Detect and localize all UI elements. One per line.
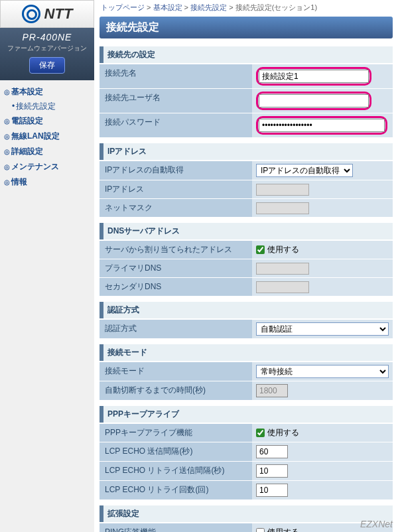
section-ppp: PPPキープアライブ — [100, 406, 393, 423]
crumb-current: 接続先設定(セッション1) — [235, 3, 317, 11]
label-lcp-retry-cnt: LCP ECHO リトライ回数(回) — [100, 481, 252, 499]
label-conn-mode: 接続モード — [100, 362, 252, 381]
label-dns-server: サーバから割り当てられたアドレス — [100, 241, 252, 259]
input-dns-primary — [256, 263, 309, 275]
logo-box: NTT — [0, 0, 94, 28]
label-dns-secondary: セカンダリDNS — [100, 278, 252, 296]
label-lcp-retry-int: LCP ECHO リトライ送信間隔(秒) — [100, 462, 252, 480]
checkbox-ppp-func[interactable] — [256, 429, 265, 437]
label-conn-name: 接続先名 — [100, 64, 252, 88]
label-dns-primary: プライマリDNS — [100, 259, 252, 277]
input-lcp-retry-cnt[interactable] — [256, 484, 288, 497]
checkbox-ping[interactable] — [256, 528, 265, 532]
input-dns-secondary — [256, 281, 309, 293]
input-conn-pass[interactable] — [259, 119, 385, 132]
input-conn-name[interactable] — [259, 70, 369, 83]
model-name: PR-400NE — [3, 32, 92, 42]
section-connection: 接続先の設定 — [100, 46, 393, 63]
input-ip-addr — [256, 184, 309, 196]
model-box: PR-400NE ファームウェアバージョン 保存 — [0, 28, 94, 80]
select-ip-auto[interactable]: IPアドレスの自動取得 — [256, 164, 353, 177]
input-timeout — [256, 384, 288, 397]
nav-wlan[interactable]: 無線LAN設定 — [3, 129, 92, 144]
select-auth-method[interactable]: 自動認証 — [256, 322, 389, 336]
label-conn-pass: 接続パスワード — [100, 113, 252, 137]
nav-detail[interactable]: 詳細設定 — [3, 144, 92, 159]
label-ppp-use: 使用する — [267, 427, 299, 438]
nav-connection[interactable]: 接続先設定 — [3, 100, 92, 113]
nav-menu: 基本設定 接続先設定 電話設定 無線LAN設定 詳細設定 メンテナンス 情報 — [0, 80, 94, 194]
section-auth: 認証方式 — [100, 302, 393, 318]
section-ext: 拡張設定 — [100, 505, 393, 522]
crumb-basic[interactable]: 基本設定 — [153, 3, 182, 11]
nav-basic[interactable]: 基本設定 — [3, 84, 92, 100]
crumb-top[interactable]: トップページ — [101, 3, 145, 11]
label-timeout: 自動切断するまでの時間(秒) — [100, 381, 252, 400]
label-auth-method: 認証方式 — [100, 320, 252, 338]
label-ping-use: 使用する — [267, 527, 299, 532]
nav-info[interactable]: 情報 — [3, 174, 92, 190]
nav-telephone[interactable]: 電話設定 — [3, 113, 92, 129]
label-ip-addr: IPアドレス — [100, 180, 252, 198]
firmware-label: ファームウェアバージョン — [3, 44, 92, 53]
crumb-conn[interactable]: 接続先設定 — [190, 3, 227, 11]
ntt-logo-icon — [22, 5, 40, 23]
label-netmask: ネットマスク — [100, 199, 252, 217]
label-ping: PING応答機能 — [100, 523, 252, 532]
label-dns-use: 使用する — [267, 244, 299, 255]
input-netmask — [256, 202, 309, 214]
label-ppp-func: PPPキープアライブ機能 — [100, 424, 252, 442]
brand-text: NTT — [44, 5, 73, 23]
select-conn-mode[interactable]: 常時接続 — [256, 365, 389, 378]
section-ip: IPアドレス — [100, 143, 393, 160]
page-title: 接続先設定 — [100, 17, 393, 38]
input-conn-user[interactable] — [259, 94, 369, 107]
input-lcp-retry-int[interactable] — [256, 464, 288, 478]
main-content: トップページ > 基本設定 > 接続先設定 > 接続先設定(セッション1) 接続… — [94, 0, 398, 532]
label-lcp-interval: LCP ECHO 送信間隔(秒) — [100, 442, 252, 461]
section-dns: DNSサーバアドレス — [100, 223, 393, 239]
breadcrumb: トップページ > 基本設定 > 接続先設定 > 接続先設定(セッション1) — [100, 0, 393, 15]
label-ip-auto: IPアドレスの自動取得 — [100, 161, 252, 180]
nav-maintenance[interactable]: メンテナンス — [3, 159, 92, 174]
checkbox-dns-use[interactable] — [256, 245, 265, 254]
watermark: EZXNet — [360, 519, 393, 529]
input-lcp-interval[interactable] — [256, 445, 288, 458]
section-mode: 接続モード — [100, 344, 393, 361]
sidebar: NTT PR-400NE ファームウェアバージョン 保存 基本設定 接続先設定 … — [0, 0, 94, 532]
save-button[interactable]: 保存 — [29, 57, 65, 74]
label-conn-user: 接続先ユーザ名 — [100, 89, 252, 113]
